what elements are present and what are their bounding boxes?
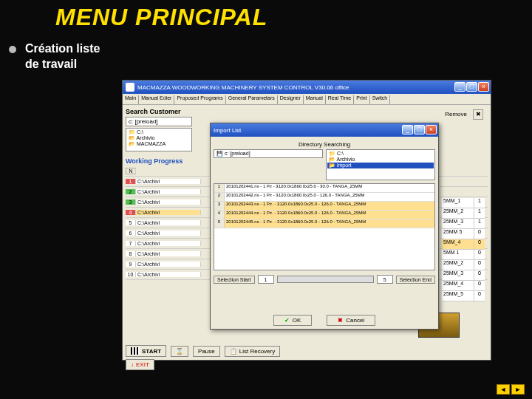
wp-cell[interactable]: 5 xyxy=(126,220,136,225)
main-title: MACMAZZA WOODWORKING MACHINERY SYSTEM CO… xyxy=(137,84,349,91)
row-num[interactable]: 2 xyxy=(214,193,225,201)
modal-drive-select[interactable]: 💾 c: [preload] xyxy=(214,149,323,158)
search-customer-label: Search Customer xyxy=(126,108,488,115)
side-list: 5MM_11 25MM_21 25MM_31 25MM 50 5MM_40 5M… xyxy=(442,198,485,301)
selection-slider[interactable] xyxy=(277,276,374,283)
tab-item[interactable]: Real Time xyxy=(326,95,355,104)
modal-maximize-button[interactable]: □ xyxy=(414,125,425,134)
modal-minimize-button[interactable]: _ xyxy=(402,125,413,134)
exit-button[interactable]: ↓ EXIT xyxy=(126,359,154,370)
hourglass-button[interactable]: ⌛ xyxy=(171,346,188,357)
pause-button[interactable]: Pause xyxy=(193,346,220,357)
main-window: MACMAZZA WOODWORKING MACHINERY SYSTEM CO… xyxy=(122,80,491,361)
tab-item[interactable]: Manual Edier xyxy=(139,95,174,104)
tab-main[interactable]: Main xyxy=(123,95,139,104)
cancel-button[interactable]: ✖Cancel xyxy=(327,315,375,326)
minimize-button[interactable]: _ xyxy=(454,82,466,92)
tree-node[interactable]: 📂 Archivio xyxy=(327,157,434,163)
check-icon: ✔ xyxy=(284,317,290,324)
wp-cell[interactable]: 10 xyxy=(126,272,136,277)
side-item[interactable]: 5MM_4 xyxy=(442,239,474,249)
maximize-button[interactable]: □ xyxy=(466,82,477,92)
wp-cell[interactable]: 3 xyxy=(126,200,136,205)
flag-icon xyxy=(131,347,140,355)
side-item[interactable]: 25MM_3 xyxy=(442,219,474,228)
prev-slide-button[interactable]: ◄ xyxy=(497,384,510,395)
slide-caption: Création liste de travail xyxy=(25,41,114,72)
tree-node[interactable]: 📂 Archivio xyxy=(127,135,191,141)
tree-node[interactable]: 📁 C:\ xyxy=(327,151,434,157)
directory-searching-label: Directory Searching xyxy=(214,141,435,148)
ok-button[interactable]: ✔OK xyxy=(273,315,313,326)
folder-tree[interactable]: 📁 C:\ 📂 Archivio 📂 MACMAZZA xyxy=(126,128,192,151)
wp-cell[interactable]: 4 xyxy=(126,210,136,215)
side-item[interactable]: 5MM 1 xyxy=(442,250,474,259)
tree-node[interactable]: 📂 MACMAZZA xyxy=(127,141,191,147)
main-titlebar: MACMAZZA WOODWORKING MACHINERY SYSTEM CO… xyxy=(123,81,491,94)
start-button[interactable]: START xyxy=(126,345,166,357)
modal-close-button[interactable]: × xyxy=(426,125,437,134)
tab-item[interactable]: Switch xyxy=(370,95,391,104)
wp-cell[interactable]: 8 xyxy=(126,251,136,256)
drive-select[interactable]: c: [preload] xyxy=(126,117,192,126)
side-item[interactable]: 5MM_1 xyxy=(442,198,474,208)
tab-item[interactable]: Proposed Programs xyxy=(174,95,225,104)
side-item[interactable]: 25MM_2 xyxy=(442,208,474,218)
tree-node[interactable]: 📁 C:\ xyxy=(127,129,191,135)
row-num[interactable]: 4 xyxy=(214,211,225,219)
tab-item[interactable]: Designer xyxy=(278,95,304,104)
wp-cell[interactable]: 2 xyxy=(126,189,136,194)
side-item[interactable]: 25MM 5 xyxy=(442,229,474,239)
tab-item[interactable]: General Parametars xyxy=(226,95,278,104)
row-num[interactable]: 5 xyxy=(214,219,225,228)
slide-title: MENU PRINCIPAL xyxy=(55,4,267,31)
next-slide-button[interactable]: ► xyxy=(511,384,525,395)
selection-end-button[interactable]: Selection End xyxy=(396,276,435,284)
side-item[interactable]: 25MM_2 xyxy=(442,260,474,270)
row-num[interactable]: 1 xyxy=(214,184,225,192)
tree-node-selected[interactable]: 📂 import xyxy=(327,163,434,168)
remove-button[interactable]: ✖ xyxy=(473,109,483,120)
wp-cell[interactable]: 7 xyxy=(126,241,136,246)
tab-item[interactable]: Print xyxy=(354,95,369,104)
modal-titlebar: Import List _ □ × xyxy=(211,123,438,137)
modal-tree-right[interactable]: 📁 C:\ 📂 Archivio 📂 import xyxy=(326,149,435,180)
side-item[interactable]: 25MM_4 xyxy=(442,281,474,290)
tab-bar: Main Manual Edier Proposed Programs Gene… xyxy=(123,94,491,105)
selection-start-input[interactable] xyxy=(258,275,274,284)
tab-item[interactable]: Manual xyxy=(304,95,326,104)
bullet-icon xyxy=(9,46,16,53)
selection-start-button[interactable]: Selection Start xyxy=(214,276,255,284)
remove-label: Remove xyxy=(445,111,467,117)
wp-cell[interactable]: 9 xyxy=(126,262,136,267)
import-file-table[interactable]: 120101202441.ris - 1 Pz - 3120.0x1860.0x… xyxy=(214,183,435,270)
row-num[interactable]: 3 xyxy=(214,202,225,210)
import-list-dialog: Import List _ □ × Directory Searching 💾 … xyxy=(210,123,439,330)
side-item[interactable]: 25MM_5 xyxy=(442,291,474,301)
modal-title: Import List xyxy=(214,127,241,134)
side-item[interactable]: 25MM_3 xyxy=(442,270,474,280)
list-recovery-button[interactable]: 📋 List Recovery xyxy=(225,346,280,357)
wp-cell[interactable]: 1 xyxy=(126,179,136,184)
app-icon xyxy=(126,83,134,92)
close-button[interactable]: × xyxy=(478,82,489,92)
x-icon: ✖ xyxy=(338,317,343,324)
wp-header-n: N xyxy=(126,168,136,174)
wp-cell[interactable]: 6 xyxy=(126,231,136,236)
selection-end-input[interactable] xyxy=(377,275,393,284)
